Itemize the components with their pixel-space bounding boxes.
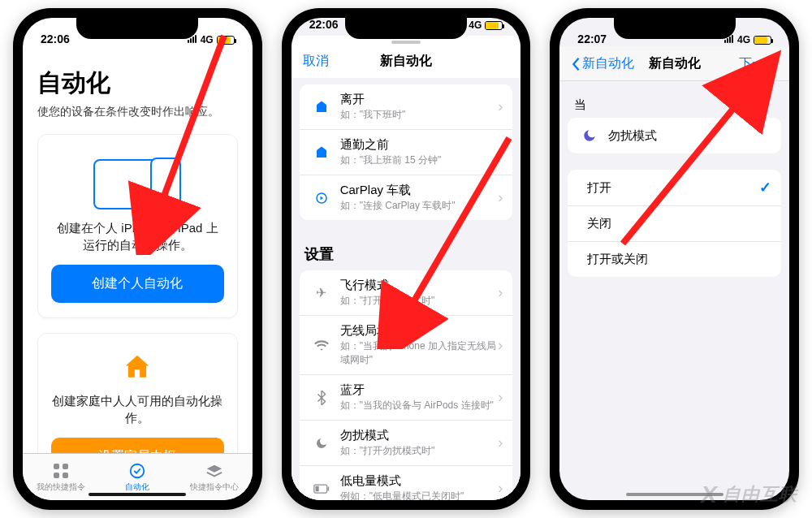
phone-frame-2: 22:06 4G 取消 新自动化 — [282, 8, 531, 510]
personal-automation-card: 创建在个人 iPhone 或 iPad 上运行的自动化操作。 创建个人自动化 — [37, 134, 238, 318]
network-label: 4G — [469, 19, 482, 31]
row-title: 勿扰模式 — [608, 128, 771, 144]
condition-dnd: 勿扰模式 — [568, 118, 781, 153]
row-title: CarPlay 车载 — [340, 183, 499, 198]
chevron-right-icon: › — [498, 337, 503, 354]
carplay-icon — [311, 191, 332, 205]
status-time: 22:07 — [577, 32, 607, 45]
svg-rect-0 — [54, 464, 59, 469]
trigger-carplay[interactable]: CarPlay 车载 如："连接 CarPlay 车载时" › — [300, 175, 513, 220]
chevron-left-icon — [571, 57, 581, 71]
nav-title: 新自动化 — [649, 55, 701, 72]
card-text: 创建在个人 iPhone 或 iPad 上运行的自动化操作。 — [51, 219, 224, 253]
row-title: 勿扰模式 — [340, 428, 499, 443]
airplane-icon: ✈ — [311, 285, 332, 300]
row-title: 蓝牙 — [340, 382, 499, 398]
svg-rect-8 — [327, 486, 329, 490]
status-time: 22:06 — [41, 32, 70, 45]
chevron-right-icon: › — [498, 284, 503, 301]
svg-rect-9 — [315, 486, 318, 491]
row-title: 通勤之前 — [340, 137, 499, 153]
option-turn-on[interactable]: 打开 ✓ — [568, 170, 781, 205]
grid-icon — [24, 462, 97, 480]
card-text: 创建家庭中人人可用的自动化操作。 — [51, 392, 224, 426]
phone-frame-3: 22:07 4G 新自动化 新自动化 下一步 当 — [550, 8, 799, 510]
section-settings-header: 设置 — [292, 231, 521, 270]
page-subtitle: 使您的设备在条件改变时作出响应。 — [37, 105, 238, 119]
nav-title: 新自动化 — [380, 53, 432, 70]
checkmark-icon: ✓ — [759, 179, 771, 196]
svg-rect-3 — [63, 473, 68, 478]
tab-automation[interactable]: 自动化 — [101, 462, 174, 493]
watermark: X 自由互联 — [701, 481, 797, 508]
row-sub: 如："我下班时" — [340, 108, 499, 122]
svg-point-4 — [131, 464, 145, 477]
notch — [76, 18, 198, 39]
section-when-header: 当 — [559, 86, 789, 118]
chevron-right-icon: › — [498, 480, 503, 497]
trigger-leave[interactable]: 离开 如："我下班时" › — [300, 84, 513, 129]
tab-label: 快捷指令中心 — [178, 481, 251, 493]
chevron-right-icon: › — [498, 98, 503, 115]
row-title: 关闭 — [587, 216, 771, 231]
devices-illustration — [51, 149, 224, 209]
watermark-logo-icon: X — [701, 481, 718, 508]
trigger-do-not-disturb[interactable]: 勿扰模式 如："打开勿扰模式时" › — [300, 420, 513, 465]
create-personal-automation-button[interactable]: 创建个人自动化 — [51, 265, 224, 303]
row-title: 低电量模式 — [340, 473, 499, 489]
row-sub: 如："我上班前 15 分钟" — [340, 153, 499, 167]
row-sub: 如："打开飞行模式时" — [340, 294, 499, 308]
trigger-airplane-mode[interactable]: ✈ 飞行模式 如："打开飞行模式时" › — [300, 270, 513, 315]
notch — [614, 18, 736, 39]
back-label: 新自动化 — [582, 55, 634, 72]
location-leave-icon — [311, 100, 332, 114]
next-button[interactable]: 下一步 — [739, 55, 778, 72]
cancel-button[interactable]: 取消 — [303, 53, 329, 70]
row-sub: 例如："低电量模式已关闭时" — [340, 490, 499, 500]
moon-icon — [579, 128, 600, 143]
home-automation-card: 创建家庭中人人可用的自动化操作。 设置家居中枢 — [37, 333, 238, 453]
phone-frame-1: 22:06 4G 自动化 使您的设备在条件改变时作出响应。 创建在个人 iPho… — [13, 8, 262, 510]
low-battery-icon — [311, 484, 332, 494]
home-indicator[interactable] — [89, 493, 186, 496]
row-title: 无线局域网 — [340, 323, 499, 339]
svg-rect-1 — [63, 464, 68, 469]
tab-my-shortcuts[interactable]: 我的快捷指令 — [24, 462, 97, 493]
trigger-bluetooth[interactable]: 蓝牙 如："当我的设备与 AirPods 连接时" › — [300, 374, 513, 420]
chevron-right-icon: › — [498, 434, 503, 451]
row-title: 离开 — [340, 92, 499, 107]
watermark-text: 自由互联 — [723, 482, 797, 507]
row-sub: 如："当我的 iPhone 加入指定无线局域网时" — [340, 339, 499, 367]
back-button[interactable]: 新自动化 — [571, 55, 634, 72]
notch — [345, 18, 467, 39]
wifi-icon — [311, 339, 332, 351]
setup-home-hub-button[interactable]: 设置家居中枢 — [51, 438, 224, 453]
bluetooth-icon — [311, 391, 332, 405]
row-title: 打开 — [587, 180, 759, 196]
option-on-or-off[interactable]: 打开或关闭 — [568, 241, 781, 277]
network-label: 4G — [737, 34, 750, 45]
trigger-low-power[interactable]: 低电量模式 例如："低电量模式已关闭时" › — [300, 465, 513, 500]
moon-icon — [311, 437, 332, 450]
row-title: 飞行模式 — [340, 278, 499, 293]
tab-label: 自动化 — [101, 481, 174, 493]
row-sub: 如："连接 CarPlay 车载时" — [340, 199, 499, 213]
row-title: 打开或关闭 — [587, 252, 771, 267]
home-icon — [122, 352, 153, 382]
trigger-before-commute[interactable]: 通勤之前 如："我上班前 15 分钟" › — [300, 129, 513, 175]
network-label: 4G — [201, 34, 214, 45]
page-title: 自动化 — [37, 67, 238, 100]
status-time: 22:06 — [309, 18, 339, 31]
option-turn-off[interactable]: 关闭 — [568, 205, 781, 241]
clock-check-icon — [101, 462, 174, 480]
row-sub: 如："打开勿扰模式时" — [340, 444, 499, 458]
battery-icon — [754, 36, 771, 45]
tab-label: 我的快捷指令 — [24, 481, 97, 493]
stack-icon — [178, 462, 251, 480]
battery-icon — [217, 36, 235, 45]
battery-icon — [485, 21, 503, 30]
trigger-wifi[interactable]: 无线局域网 如："当我的 iPhone 加入指定无线局域网时" › — [300, 315, 513, 374]
svg-rect-2 — [54, 473, 59, 478]
tab-gallery[interactable]: 快捷指令中心 — [178, 462, 251, 493]
chevron-right-icon: › — [498, 389, 503, 406]
